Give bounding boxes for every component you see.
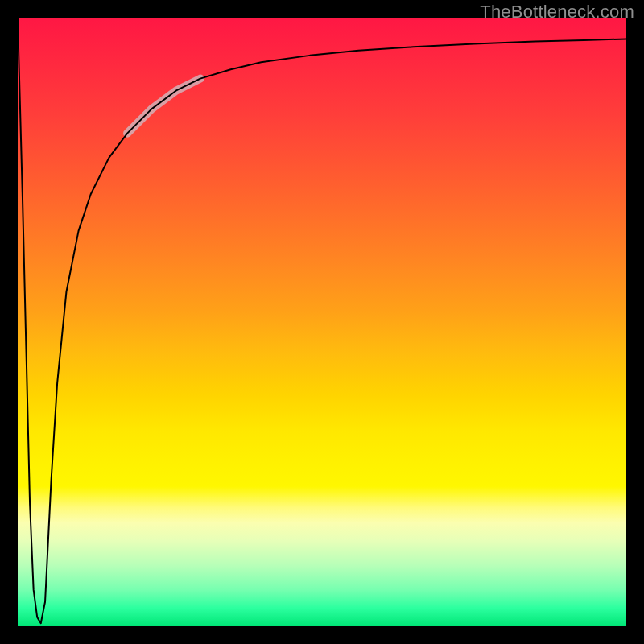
- highlight-segment: [127, 79, 200, 134]
- bottleneck-curve: [18, 18, 626, 623]
- watermark-text: TheBottleneck.com: [480, 2, 634, 23]
- plot-area: [18, 18, 626, 626]
- curve-svg: [18, 18, 626, 626]
- chart-frame: TheBottleneck.com: [0, 0, 644, 644]
